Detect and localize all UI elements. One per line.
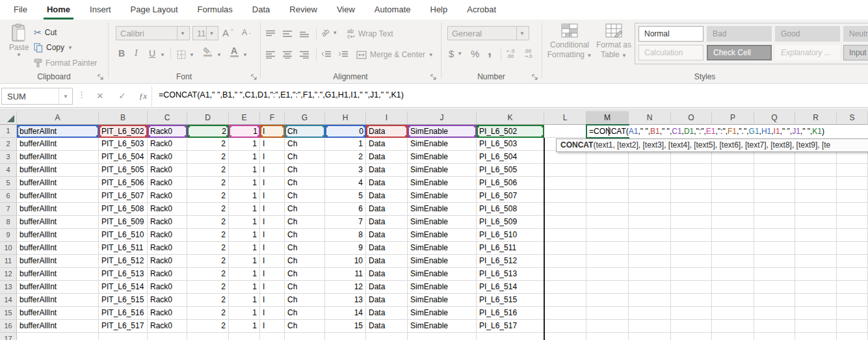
cell-S14[interactable] — [837, 294, 868, 307]
column-header-D[interactable]: D — [187, 111, 229, 125]
cell-G14[interactable]: Ch — [285, 294, 325, 307]
decrease-indent-button[interactable] — [321, 48, 332, 61]
cell-M4[interactable] — [586, 164, 629, 177]
column-header-R[interactable]: R — [795, 111, 837, 125]
cell-D8[interactable]: 2 — [187, 216, 229, 229]
row-header-2[interactable]: 2 — [0, 138, 17, 151]
cell-P13[interactable] — [712, 281, 754, 294]
cell-Q16[interactable] — [754, 320, 795, 333]
cell-M10[interactable] — [586, 242, 629, 255]
cell-Q13[interactable] — [754, 281, 795, 294]
cell-Q5[interactable] — [754, 177, 795, 190]
cell-F13[interactable]: I — [260, 281, 285, 294]
cell-D7[interactable]: 2 — [187, 203, 229, 216]
cell-N3[interactable] — [629, 151, 671, 164]
cell-I3[interactable]: Data — [366, 151, 408, 164]
cell-G12[interactable]: Ch — [285, 268, 325, 281]
align-middle-button[interactable] — [282, 27, 293, 40]
cell-F16[interactable]: I — [260, 320, 285, 333]
tab-review[interactable]: Review — [280, 0, 327, 20]
cell-O11[interactable] — [671, 255, 712, 268]
row-header-5[interactable]: 5 — [0, 177, 17, 190]
cell-C16[interactable]: Rack0 — [148, 320, 187, 333]
cell-A2[interactable]: bufferAllInt — [17, 138, 99, 151]
cell-E14[interactable]: 1 — [229, 294, 260, 307]
cell-R17[interactable] — [795, 333, 837, 340]
align-right-button[interactable] — [299, 48, 309, 61]
cell-N8[interactable] — [629, 216, 671, 229]
cell-H1[interactable]: 0 — [325, 125, 366, 138]
cell-I1[interactable]: Data — [366, 125, 408, 138]
cell-C8[interactable]: Rack0 — [148, 216, 187, 229]
cell-M17[interactable] — [586, 333, 629, 340]
cell-A1[interactable]: bufferAllInt — [17, 125, 99, 138]
cell-Q7[interactable] — [754, 203, 795, 216]
paste-button[interactable]: Paste ▼ — [4, 22, 34, 74]
cell-C1[interactable]: Rack0 — [148, 125, 187, 138]
range-handle[interactable] — [366, 125, 369, 127]
formula-input[interactable]: =CONCAT(A1," ",B1," ",C1,D1,":",E1,":",F… — [159, 90, 404, 99]
cell-D4[interactable]: 2 — [187, 164, 229, 177]
clipboard-dialog-launcher[interactable] — [98, 74, 104, 81]
cell-O13[interactable] — [671, 281, 712, 294]
cell-P7[interactable] — [712, 203, 754, 216]
cell-G7[interactable]: Ch — [285, 203, 325, 216]
cell-G8[interactable]: Ch — [285, 216, 325, 229]
tab-file[interactable]: File — [4, 0, 37, 20]
cell-I4[interactable]: Data — [366, 164, 408, 177]
cell-N17[interactable] — [629, 333, 671, 340]
cell-S17[interactable] — [837, 333, 868, 340]
cell-O16[interactable] — [671, 320, 712, 333]
cell-O4[interactable] — [671, 164, 712, 177]
cell-A11[interactable]: bufferAllInt — [17, 255, 99, 268]
increase-indent-button[interactable] — [338, 48, 349, 61]
cell-I13[interactable]: Data — [366, 281, 408, 294]
format-as-table-button[interactable]: Format as Table ▼ — [594, 23, 634, 60]
tab-acrobat[interactable]: Acrobat — [457, 0, 506, 20]
cell-S9[interactable] — [837, 229, 868, 242]
comma-style-button[interactable]: , — [488, 44, 492, 57]
cell-F9[interactable]: I — [260, 229, 285, 242]
cell-edit-overlay[interactable]: =CONCAT(A1," ",B1," ",C1,D1,":",E1,":",F… — [586, 125, 868, 138]
cell-J15[interactable]: SimEnable — [408, 307, 477, 320]
column-header-P[interactable]: P — [712, 111, 754, 125]
cell-E13[interactable]: 1 — [229, 281, 260, 294]
cell-Q15[interactable] — [754, 307, 795, 320]
cell-E16[interactable]: 1 — [229, 320, 260, 333]
cell-Q14[interactable] — [754, 294, 795, 307]
range-handle[interactable] — [229, 125, 231, 127]
cell-L17[interactable] — [544, 333, 586, 340]
cell-A6[interactable]: bufferAllInt — [17, 190, 99, 203]
row-header-15[interactable]: 15 — [0, 307, 17, 320]
grow-font-button[interactable]: A^ — [222, 26, 233, 39]
cell-E7[interactable]: 1 — [229, 203, 260, 216]
cell-H6[interactable]: 5 — [325, 190, 366, 203]
cell-G9[interactable]: Ch — [285, 229, 325, 242]
row-header-4[interactable]: 4 — [0, 164, 17, 177]
cell-B3[interactable]: PIT_L6_504 — [99, 151, 148, 164]
cell-B17[interactable] — [99, 333, 148, 340]
cell-P3[interactable] — [712, 151, 754, 164]
cell-H11[interactable]: 10 — [325, 255, 366, 268]
cell-F5[interactable]: I — [260, 177, 285, 190]
cell-I15[interactable]: Data — [366, 307, 408, 320]
cell-E2[interactable]: 1 — [229, 138, 260, 151]
cell-N16[interactable] — [629, 320, 671, 333]
cell-R13[interactable] — [795, 281, 837, 294]
column-header-H[interactable]: H — [325, 111, 366, 125]
cell-J10[interactable]: SimEnable — [408, 242, 477, 255]
cell-J7[interactable]: SimEnable — [408, 203, 477, 216]
cell-K9[interactable]: PI_L6_510 — [477, 229, 544, 242]
merge-center-button[interactable]: Merge & Center ▼ — [356, 48, 434, 61]
cell-S13[interactable] — [837, 281, 868, 294]
cell-B9[interactable]: PIT_L6_510 — [99, 229, 148, 242]
cell-E10[interactable]: 1 — [229, 242, 260, 255]
cell-A8[interactable]: bufferAllInt — [17, 216, 99, 229]
column-header-S[interactable]: S — [837, 111, 868, 125]
copy-button[interactable]: Copy ▼ — [34, 41, 73, 54]
cell-M14[interactable] — [586, 294, 629, 307]
cell-P16[interactable] — [712, 320, 754, 333]
cell-K16[interactable]: PI_L6_517 — [477, 320, 544, 333]
cell-K14[interactable]: PI_L6_515 — [477, 294, 544, 307]
cell-I5[interactable]: Data — [366, 177, 408, 190]
